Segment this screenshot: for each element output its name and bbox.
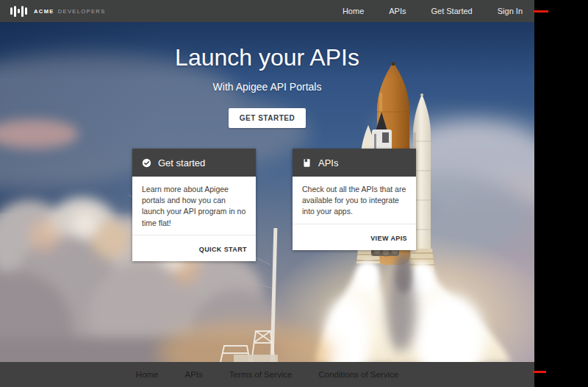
footer-link-terms[interactable]: Terms of Service: [216, 370, 306, 379]
hero-section: Launch your APIs With Apigee API Portals…: [0, 22, 534, 362]
brand-name: ACME: [34, 8, 54, 15]
card-title: APIs: [318, 157, 338, 168]
view-apis-link[interactable]: VIEW APIS: [370, 235, 407, 242]
footer-link-conditions[interactable]: Conditions of Service: [305, 370, 412, 379]
quick-start-link[interactable]: QUICK START: [199, 246, 247, 253]
brand-suffix: DEVELOPERS: [58, 8, 106, 15]
brand-logo[interactable]: ACME DEVELOPERS: [10, 6, 106, 17]
nav-links: Home APIs Get Started Sign In: [330, 7, 524, 15]
card-body-text: Check out all the APIs that are availabl…: [293, 177, 416, 224]
portal-page: ACME DEVELOPERS Home APIs Get Started Si…: [0, 0, 534, 387]
check-circle-icon: [142, 158, 151, 168]
card-footer: VIEW APIS: [293, 224, 416, 250]
annotation-dash-top: [534, 10, 548, 13]
nav-item-sign-in[interactable]: Sign In: [485, 7, 524, 15]
hero-subtitle: With Apigee API Portals: [0, 81, 534, 93]
equalizer-bars-icon: [10, 6, 27, 17]
card-footer: QUICK START: [132, 235, 256, 261]
nav-item-home[interactable]: Home: [330, 7, 376, 15]
get-started-button[interactable]: GET STARTED: [229, 108, 306, 128]
book-icon: [302, 158, 312, 168]
screenshot-viewport: ACME DEVELOPERS Home APIs Get Started Si…: [0, 0, 588, 387]
get-started-card: Get started Learn more about Apigee port…: [132, 149, 256, 261]
hero-content: Launch your APIs With Apigee API Portals…: [0, 22, 534, 128]
hero-title: Launch your APIs: [0, 22, 534, 71]
get-started-card-header: Get started: [132, 149, 256, 177]
top-navbar: ACME DEVELOPERS Home APIs Get Started Si…: [0, 0, 534, 22]
card-title: Get started: [158, 157, 205, 168]
footer-link-apis[interactable]: APIs: [172, 370, 216, 379]
footer-link-home[interactable]: Home: [123, 370, 172, 379]
card-body-text: Learn more about Apigee portals and how …: [132, 177, 256, 235]
apis-card-header: APIs: [293, 149, 416, 177]
nav-item-apis[interactable]: APIs: [376, 7, 418, 15]
apis-card: APIs Check out all the APIs that are ava…: [293, 149, 416, 250]
nav-item-get-started[interactable]: Get Started: [418, 7, 484, 15]
footer-bar: Home APIs Terms of Service Conditions of…: [0, 362, 534, 387]
annotation-dash-bottom: [533, 371, 546, 373]
